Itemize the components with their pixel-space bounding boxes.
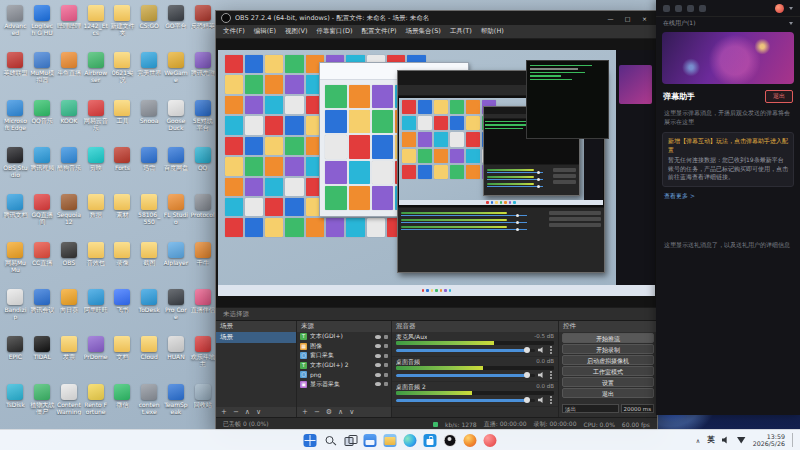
desktop-icon[interactable]: Goose Duck (163, 97, 190, 144)
desktop-icon[interactable]: 素材 (109, 191, 136, 238)
desktop-icon[interactable]: 网易MuMu (2, 239, 29, 286)
desktop-icon[interactable]: 阿里旺旺 (82, 286, 109, 333)
obs-menu-item[interactable]: 停靠窗口(D) (317, 27, 353, 36)
scenes-footer-button[interactable]: ∨ (256, 409, 261, 416)
desktop-icon[interactable]: 腾讯会议 (29, 286, 56, 333)
start-streaming-button[interactable]: 开始推流 (562, 333, 654, 343)
source-item[interactable]: ▢png (297, 370, 391, 380)
desktop-icon[interactable]: Protocol (189, 191, 216, 238)
obs-menu-item[interactable]: 工具(T) (450, 27, 472, 36)
desktop-icon[interactable]: 直播伴侣 (189, 286, 216, 333)
transition-duration-field[interactable]: 20000 ms (621, 404, 654, 413)
bell-icon[interactable] (699, 5, 706, 12)
lock-icon[interactable] (384, 363, 388, 367)
taskbar-store-icon[interactable] (424, 434, 437, 447)
desktop-icon[interactable]: 酷狗音乐 (56, 144, 83, 191)
promo-banner[interactable] (662, 32, 794, 84)
desktop-icon[interactable]: KOOK (56, 97, 83, 144)
lock-icon[interactable] (384, 354, 388, 358)
desktop-icon[interactable]: GQ直播间 (29, 191, 56, 238)
desktop-icon[interactable]: 向日葵 (56, 286, 83, 333)
source-item[interactable]: T文本(GDI+) 2 (297, 361, 391, 371)
source-item[interactable]: T文本(GDI+) (297, 332, 391, 342)
tray-expand-icon[interactable]: ∧ (696, 437, 700, 444)
desktop-icon[interactable]: 腾讯文档 (2, 191, 29, 238)
obs-menu-item[interactable]: 编辑(E) (254, 27, 276, 36)
apps-icon[interactable] (663, 5, 670, 12)
desktop-icon[interactable]: 微信 (109, 381, 136, 428)
lock-icon[interactable] (384, 373, 388, 377)
desktop-icon[interactable]: 植物大战僵尸 (29, 381, 56, 428)
desktop-icon[interactable]: WeGame (163, 49, 190, 96)
desktop-icon[interactable]: 完美世界 (136, 49, 163, 96)
chevron-down-icon[interactable] (789, 7, 793, 10)
desktop-icon[interactable]: 网易云音乐 (82, 97, 109, 144)
scenes-footer-button[interactable]: − (233, 409, 239, 416)
desktop-icon[interactable]: content.exe (136, 381, 163, 428)
volume-slider[interactable] (396, 349, 535, 352)
desktop-icon[interactable]: 5E对战平台 (189, 97, 216, 144)
quit-button[interactable]: 退出 (765, 90, 793, 103)
lock-icon[interactable] (384, 344, 388, 348)
desktop-icon[interactable]: Logitech G HUB (29, 2, 56, 49)
desktop-icon[interactable]: PrDome (82, 333, 109, 380)
desktop-icon[interactable]: GO平台 (163, 2, 190, 49)
cast-icon[interactable] (687, 5, 694, 12)
notice-card[interactable]: 新增【弹幕互动】玩法，点击弹幕助手进入配置 暂无任何连接数据：您已收到19条最新… (662, 132, 794, 187)
visibility-eye-icon[interactable] (375, 344, 381, 348)
volume-icon[interactable] (722, 436, 730, 444)
sources-footer-button[interactable]: ∨ (349, 409, 354, 416)
desktop-icon[interactable]: 工具 (109, 97, 136, 144)
visibility-eye-icon[interactable] (375, 382, 381, 386)
studio-mode-button[interactable]: 工作室模式 (562, 366, 654, 376)
desktop-icon[interactable]: 数据 (82, 191, 109, 238)
desktop-icon[interactable]: TeamSpeak (163, 381, 190, 428)
desktop-icon[interactable]: Cloud (136, 333, 163, 380)
desktop-icon[interactable]: ToDesk (136, 286, 163, 333)
scene-item[interactable]: 场景 (216, 332, 296, 343)
desktop-icon[interactable]: 发票 (56, 333, 83, 380)
visibility-eye-icon[interactable] (375, 363, 381, 367)
desktop-icon[interactable]: Microsoft Edge (2, 97, 29, 144)
clock[interactable]: 13:59 2026/5/26 (753, 433, 785, 448)
desktop-icon[interactable]: 0621实况 (109, 49, 136, 96)
desktop-icon[interactable]: Snooa (136, 97, 163, 144)
desktop-icon[interactable]: QQ音乐 (29, 97, 56, 144)
desktop-icon[interactable]: Rento Fortune (82, 381, 109, 428)
source-item[interactable]: ▦图像 (297, 342, 391, 352)
desktop-icon[interactable]: 1242_Etcs (82, 2, 109, 49)
slider-knob[interactable] (524, 347, 530, 353)
desktop-icon[interactable]: Airbrowser (82, 49, 109, 96)
desktop-icon[interactable]: TIDAL (29, 333, 56, 380)
desktop-icon[interactable]: MuMu模拟器 (29, 49, 56, 96)
desktop-icon[interactable]: Forts (109, 144, 136, 191)
music-icon[interactable] (675, 5, 682, 12)
start-recording-button[interactable]: 开始录制 (562, 344, 654, 354)
desktop-icon[interactable]: Advanced (2, 2, 29, 49)
sources-footer-button[interactable]: ∧ (338, 409, 343, 416)
channel-menu-icon[interactable] (550, 399, 552, 401)
speaker-icon[interactable] (538, 347, 545, 353)
speaker-icon[interactable] (538, 372, 545, 378)
desktop-icon[interactable]: CS:GO (136, 2, 163, 49)
desktop-icon[interactable]: 腾讯先游 (189, 49, 216, 96)
sources-footer-button[interactable]: − (314, 409, 320, 416)
desktop-icon[interactable]: OBS Studio (2, 144, 29, 191)
desktop-icon[interactable]: OBS (56, 239, 83, 286)
desktop-icon[interactable]: Content Warning (56, 381, 83, 428)
desktop-icon[interactable]: 腾讯视频 (29, 144, 56, 191)
taskbar-search-icon[interactable] (324, 434, 337, 447)
taskbar-file-explorer-icon[interactable] (384, 434, 397, 447)
sources-footer-button[interactable]: ⚙ (326, 409, 332, 416)
volume-slider[interactable] (396, 374, 535, 377)
minimize-button[interactable]: — (603, 12, 618, 25)
desktop-icon[interactable]: HUAN (163, 333, 190, 380)
desktop-icon[interactable]: 新建文件夹 (109, 2, 136, 49)
desktop-icon[interactable]: 58106_550 (136, 191, 163, 238)
channel-menu-icon[interactable] (550, 374, 552, 376)
desktop-icon[interactable]: Bandizip (2, 286, 29, 333)
desktop-icon[interactable]: 反恐精英 (189, 2, 216, 49)
obs-titlebar[interactable]: OBS 27.2.4 (64-bit, windows) - 配置文件: 未命名… (216, 11, 657, 25)
desktop-icon[interactable]: CC直播 (29, 239, 56, 286)
settings-button[interactable]: 设置 (562, 377, 654, 387)
